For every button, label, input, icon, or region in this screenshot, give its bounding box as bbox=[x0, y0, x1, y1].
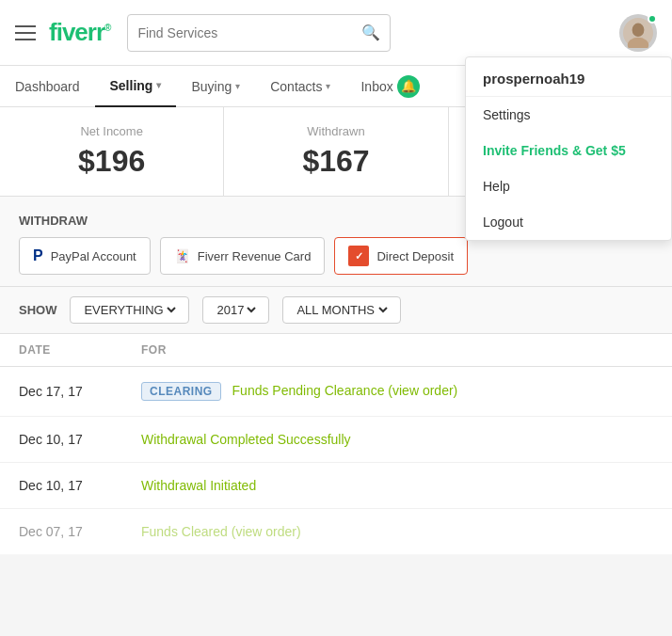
row-for-text[interactable]: Funds Cleared (view order) bbox=[141, 524, 301, 539]
selling-chevron: ▾ bbox=[156, 80, 161, 90]
filter-year-select[interactable]: 2017 bbox=[202, 296, 269, 324]
direct-deposit-label: Direct Deposit bbox=[376, 249, 454, 263]
notification-bell[interactable]: 🔔 bbox=[397, 75, 420, 98]
clearing-badge: CLEARING bbox=[141, 382, 221, 401]
search-icon: 🔍 bbox=[361, 24, 380, 41]
search-input[interactable] bbox=[137, 25, 361, 40]
year-select[interactable]: 2017 bbox=[213, 302, 259, 318]
avatar-wrap[interactable] bbox=[619, 14, 657, 52]
row-for-text: Withdrawal Initiated bbox=[141, 478, 256, 493]
row-for: Funds Cleared (view order) bbox=[141, 524, 653, 539]
col-header-date: DATE bbox=[19, 343, 141, 357]
paypal-icon: P bbox=[33, 247, 43, 264]
revenue-card-label: Fiverr Revenue Card bbox=[198, 249, 312, 263]
row-for: Withdrawal Initiated bbox=[141, 478, 653, 493]
svg-point-1 bbox=[632, 23, 645, 36]
nav-contacts[interactable]: Contacts ▾ bbox=[255, 66, 345, 107]
nav-buying[interactable]: Buying ▾ bbox=[176, 66, 255, 107]
nav-selling[interactable]: Selling ▾ bbox=[95, 66, 177, 107]
net-income-value: $196 bbox=[19, 144, 204, 179]
direct-deposit-icon: ✓ bbox=[348, 246, 369, 266]
hamburger-menu[interactable] bbox=[15, 25, 36, 40]
filter-select[interactable]: EVERYTHING bbox=[80, 302, 179, 318]
month-select[interactable]: ALL MONTHS bbox=[293, 302, 391, 318]
search-bar[interactable]: 🔍 bbox=[127, 14, 391, 52]
stat-withdrawn: Withdrawn $167 bbox=[224, 107, 448, 196]
paypal-label: PayPal Account bbox=[51, 249, 136, 263]
row-for: CLEARING Funds Pending Clearance (view o… bbox=[141, 382, 653, 401]
revenue-card-icon: 🃏 bbox=[174, 248, 190, 263]
transactions-table: DATE FOR Dec 17, 17 CLEARING Funds Pendi… bbox=[0, 334, 672, 555]
withdraw-buttons: P PayPal Account 🃏 Fiverr Revenue Card ✓… bbox=[19, 237, 653, 275]
revenue-card-button[interactable]: 🃏 Fiverr Revenue Card bbox=[160, 237, 326, 275]
dropdown-help[interactable]: Help bbox=[466, 168, 671, 204]
col-header-for: FOR bbox=[141, 343, 653, 357]
dropdown-username: prospernoah19 bbox=[466, 57, 671, 97]
header-right: prospernoah19 Settings Invite Friends & … bbox=[619, 14, 657, 52]
direct-deposit-button[interactable]: ✓ Direct Deposit bbox=[334, 237, 468, 275]
table-row: Dec 10, 17 Withdrawal Completed Successf… bbox=[0, 417, 672, 463]
withdrawn-label: Withdrawn bbox=[243, 124, 428, 138]
table-row: Dec 07, 17 Funds Cleared (view order) bbox=[0, 509, 672, 555]
fiverr-logo: fiverr® bbox=[49, 18, 110, 47]
row-for-text[interactable]: Funds Pending Clearance (view order) bbox=[232, 383, 458, 398]
row-date: Dec 10, 17 bbox=[19, 478, 141, 493]
paypal-button[interactable]: P PayPal Account bbox=[19, 237, 151, 275]
nav-dashboard[interactable]: Dashboard bbox=[0, 66, 95, 107]
row-date: Dec 10, 17 bbox=[19, 432, 141, 447]
filter-month-select[interactable]: ALL MONTHS bbox=[282, 296, 401, 324]
logo-sup: ® bbox=[104, 23, 110, 33]
withdrawn-value: $167 bbox=[243, 144, 428, 179]
show-label: SHOW bbox=[19, 303, 56, 317]
table-row: Dec 10, 17 Withdrawal Initiated bbox=[0, 463, 672, 509]
net-income-label: Net Income bbox=[19, 124, 204, 138]
stat-net-income: Net Income $196 bbox=[0, 107, 224, 196]
row-for: Withdrawal Completed Successfully bbox=[141, 432, 653, 447]
dropdown-settings[interactable]: Settings bbox=[466, 97, 671, 133]
row-date: Dec 17, 17 bbox=[19, 384, 141, 399]
filter-everything-select[interactable]: EVERYTHING bbox=[70, 296, 189, 324]
user-dropdown: prospernoah19 Settings Invite Friends & … bbox=[465, 56, 672, 241]
table-header: DATE FOR bbox=[0, 334, 672, 367]
dropdown-invite[interactable]: Invite Friends & Get $5 bbox=[466, 133, 671, 168]
contacts-chevron: ▾ bbox=[326, 81, 330, 91]
online-indicator bbox=[648, 14, 657, 24]
header: fiverr® 🔍 prospernoah19 Settings Invite … bbox=[0, 0, 672, 66]
nav-inbox[interactable]: Inbox 🔔 bbox=[345, 66, 434, 107]
row-for-text: Withdrawal Completed Successfully bbox=[141, 432, 351, 447]
filter-row: SHOW EVERYTHING 2017 ALL MONTHS bbox=[0, 287, 672, 334]
table-row: Dec 17, 17 CLEARING Funds Pending Cleara… bbox=[0, 367, 672, 417]
buying-chevron: ▾ bbox=[235, 81, 240, 91]
dropdown-logout[interactable]: Logout bbox=[466, 204, 671, 240]
row-date: Dec 07, 17 bbox=[19, 524, 141, 539]
